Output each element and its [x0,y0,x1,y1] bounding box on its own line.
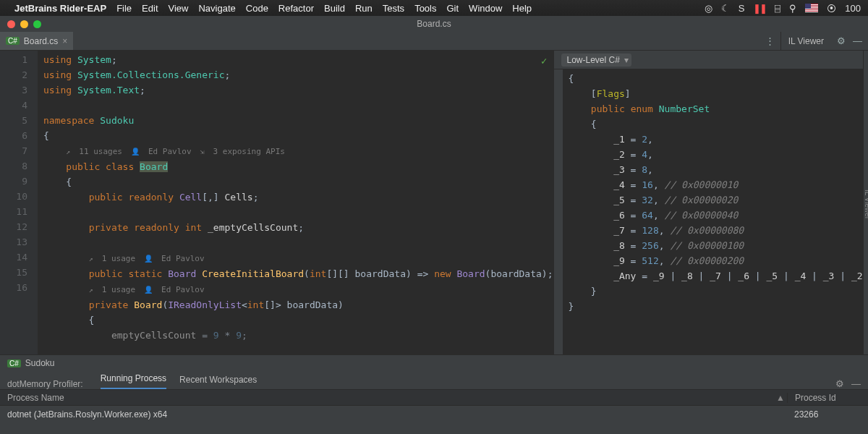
editor-area[interactable]: 1 2 3 4 5 6 7 8 9 10 11 12 13 14 15 16 [0,51,553,354]
wifi-icon[interactable]: ⦿ [827,3,836,14]
analysis-ok-icon[interactable]: ✓ [541,54,547,69]
menu-run[interactable]: Run [355,3,373,14]
menu-build[interactable]: Build [324,3,345,14]
input-language-icon[interactable] [805,4,818,12]
codelens-create[interactable]: ↗1 usage 👤Ed Pavlov [89,251,205,266]
menu-view[interactable]: View [169,3,189,14]
gear-icon[interactable]: ⚙ [837,35,846,46]
column-process-name[interactable]: Process Name [0,393,774,403]
main-split: 1 2 3 4 5 6 7 8 9 10 11 12 13 14 15 16 [0,51,868,354]
minimize-tool-icon[interactable]: — [853,35,862,46]
profiler-columns: Process Name ▲ Process Id [0,390,868,406]
il-gutter [554,69,563,354]
close-tab-icon[interactable]: × [62,36,67,46]
minimize-window-button[interactable] [20,20,28,28]
code-body[interactable]: ✓ using System; using System.Collections… [38,51,553,354]
il-code-area[interactable]: { [Flags] public enum NumberSet { _1 = 2… [554,69,863,354]
tab-overflow-icon[interactable]: ⋮ [765,35,775,46]
menu-tests[interactable]: Tests [383,3,404,14]
codelens-ctor[interactable]: ↗1 usage 👤Ed Pavlov [89,282,205,297]
editor-pane: 1 2 3 4 5 6 7 8 9 10 11 12 13 14 15 16 [0,51,553,354]
editor-tabstrip: C# Board.cs × ⋮ IL Viewer ⚙ — [0,32,868,51]
process-id: 23266 [787,409,868,420]
column-process-id[interactable]: Process Id [787,393,868,403]
solution-name: Sudoku [25,358,55,368]
menu-file[interactable]: File [116,3,132,14]
app-menu[interactable]: JetBrains Rider-EAP [14,3,106,14]
pause-icon[interactable]: ❚❚ [753,3,766,14]
profiler-tabs: dotMemory Profiler: Running Process Rece… [0,371,868,390]
bottom-tool-header: C# Sudoku [0,355,868,371]
menu-refactor[interactable]: Refactor [278,3,314,14]
menu-git[interactable]: Git [446,3,459,14]
sort-asc-icon[interactable]: ▲ [774,393,787,403]
window-controls [0,20,41,28]
menubar-status-area: ◎ ☾ S ❚❚ ⌸ ⚲ ⦿ 100 [705,3,861,14]
battery-level: 100 [845,3,861,14]
gear-icon[interactable]: ⚙ [835,378,844,389]
menu-navigate[interactable]: Navigate [198,3,235,14]
right-dock-stripe: IL Viewer [863,51,868,354]
screen-mirror-icon[interactable]: ⌸ [775,3,780,14]
menu-window[interactable]: Window [469,3,502,14]
il-viewer-header: Low-Level C# [554,51,863,69]
bottom-tool-window: C# Sudoku dotMemory Profiler: Running Pr… [0,354,868,434]
close-window-button[interactable] [7,20,15,28]
zoom-window-button[interactable] [33,20,41,28]
il-mode-dropdown[interactable]: Low-Level C# [561,54,631,67]
tab-recent-workspaces[interactable]: Recent Workspaces [179,375,257,389]
target-icon[interactable]: ◎ [705,3,712,14]
s-icon[interactable]: S [739,3,745,14]
menu-tools[interactable]: Tools [414,3,436,14]
window-titlebar: Board.cs [0,16,868,32]
profiler-label: dotMemory Profiler: [7,379,88,389]
il-viewer-pane: Low-Level C# { [Flags] public enum Numbe… [553,51,863,354]
minimize-tool-icon[interactable]: — [851,378,861,389]
process-name: dotnet (JetBrains.Roslyn.Worker.exe) x64 [0,409,787,420]
line-gutter: 1 2 3 4 5 6 7 8 9 10 11 12 13 14 15 16 [0,51,38,354]
process-row[interactable]: dotnet (JetBrains.Roslyn.Worker.exe) x64… [0,406,868,423]
il-viewer-toolbar: ⚙ — [831,35,868,46]
menu-code[interactable]: Code [246,3,268,14]
shield-icon[interactable]: ☾ [721,3,730,14]
csharp-badge-icon: C# [7,359,21,367]
menu-edit[interactable]: Edit [142,3,158,14]
window-title: Board.cs [417,19,451,29]
file-tab-board[interactable]: C# Board.cs × [0,32,73,50]
codelens-board[interactable]: ↗11 usages 👤Ed Pavlov ⇲3 exposing APIs [66,144,285,159]
bluetooth-icon[interactable]: ⚲ [789,3,796,14]
menu-help[interactable]: Help [512,3,532,14]
tab-running-process[interactable]: Running Process [101,373,166,389]
il-viewer-dock-button[interactable]: IL Viewer [864,190,868,219]
il-code-body[interactable]: { [Flags] public enum NumberSet { _1 = 2… [563,69,863,354]
file-tab-label: Board.cs [24,36,58,46]
mac-menubar: JetBrains Rider-EAP File Edit View Navig… [0,0,868,16]
csharp-badge-icon: C# [6,37,20,45]
il-viewer-tab[interactable]: IL Viewer [780,32,831,50]
